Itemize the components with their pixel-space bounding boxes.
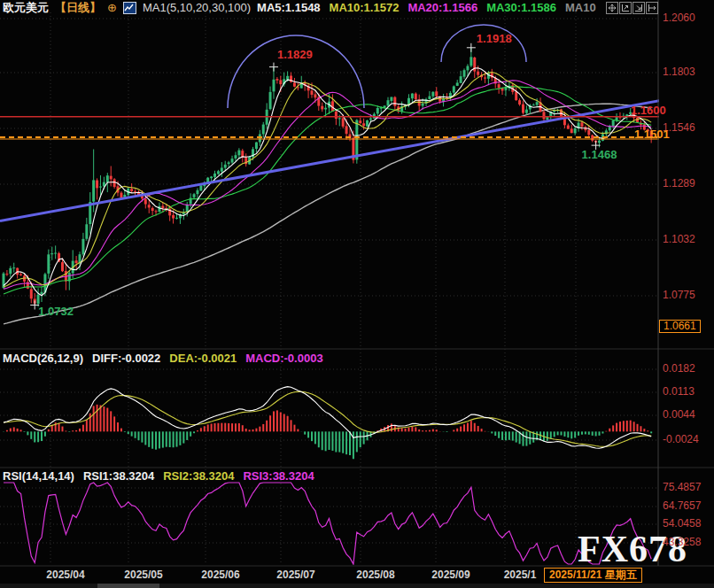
macd-title: MACD(26,12,9) [3, 352, 83, 365]
x-axis-month-label: 2025/04 [36, 569, 95, 581]
y-axis-label: 1.0775 [663, 290, 695, 301]
expand-icon[interactable]: ⊕ [107, 1, 117, 14]
scrollbar-thumb[interactable] [97, 584, 159, 588]
macd-diff-value: DIFF:-0.0022 [92, 352, 160, 365]
chart-canvas[interactable] [0, 0, 714, 588]
ma-value-label: MA30:1.1586 [486, 1, 556, 14]
x-axis-month-label: 2025/05 [114, 569, 173, 581]
y-axis-label: 1.2060 [663, 12, 695, 24]
hline-price-label: 1.1600 [631, 104, 666, 116]
price-annotation: 1.1829 [277, 49, 313, 60]
axis-zoom-right-icon[interactable] [633, 2, 645, 14]
last-price-label: 1.1501 [634, 128, 670, 140]
rsi2-value: RSI2:38.3204 [163, 469, 234, 483]
rsi3-value: RSI3:38.3204 [243, 469, 314, 483]
rsi-axis-label: 75.4857 [663, 482, 701, 493]
range-min-label: 1.0661 [659, 320, 701, 333]
macd-axis-label: 0.0182 [663, 363, 695, 375]
ma-settings-label: MA1(5,10,20,30,100) [143, 1, 251, 14]
macd-axis-label: 0.0113 [663, 386, 695, 398]
symbol-name: 欧元美元 [3, 0, 49, 16]
x-axis-month-label: 2025/07 [267, 569, 325, 581]
y-axis-label: 1.1032 [663, 234, 695, 245]
watermark: FX678 [578, 528, 687, 570]
axis-zoom-left-icon[interactable] [619, 2, 632, 14]
rsi-axis-label: 43.3258 [663, 537, 701, 548]
rsi-axis-label: 54.0458 [663, 518, 701, 530]
chart-toolbar [606, 2, 658, 14]
ma-value-label: MA10 [565, 1, 596, 14]
macd-axis-label: -0.0024 [663, 434, 699, 445]
y-axis-label: 1.1289 [663, 178, 695, 190]
x-axis-month-label: 2025/09 [422, 569, 480, 581]
scrollbar-track[interactable] [0, 584, 714, 588]
x-axis-month-label: 2025/08 [346, 569, 405, 581]
chart-header: 欧元美元【日线】 ⊕ MA1(5,10,20,30,100) MA5:1.154… [3, 1, 605, 14]
ma-values: MA5:1.1548MA10:1.1572MA20:1.1566MA30:1.1… [257, 1, 605, 14]
y-axis-label: 1.1803 [663, 66, 695, 78]
macd-macd-value: MACD:-0.0003 [245, 352, 322, 365]
price-annotation: 1.1918 [477, 33, 512, 44]
macd-axis-label: 0.0044 [663, 409, 695, 421]
x-axis-month-label: 2025/06 [191, 569, 250, 581]
ma-value-label: MA10:1.1572 [330, 1, 400, 14]
macd-header: MACD(26,12,9)DIFF:-0.0022DEA:-0.0021MACD… [3, 352, 332, 365]
ma-value-label: MA5:1.1548 [257, 1, 321, 14]
price-annotation: 1.1468 [582, 149, 617, 160]
price-annotation: 1.0732 [38, 306, 74, 317]
chart-window: 欧元美元【日线】 ⊕ MA1(5,10,20,30,100) MA5:1.154… [0, 0, 714, 588]
chart-type-icon[interactable] [123, 2, 136, 14]
move-icon[interactable] [606, 2, 618, 14]
pane-toggle-icon[interactable] [646, 2, 658, 14]
rsi1-value: RSI1:38.3204 [83, 469, 154, 483]
date-box: 2025/11/21 星期五 [544, 568, 642, 583]
rsi-title: RSI(14,14,14) [3, 469, 74, 483]
rsi-header: RSI(14,14,14)RSI1:38.3204RSI2:38.3204RSI… [3, 469, 323, 483]
ma-value-label: MA20:1.1566 [407, 1, 477, 14]
x-axis-month-label: 2025/1 [491, 569, 549, 581]
macd-dea-value: DEA:-0.0021 [169, 352, 237, 365]
rsi-axis-label: 64.7657 [663, 500, 701, 512]
period-label[interactable]: 【日线】 [55, 0, 101, 16]
